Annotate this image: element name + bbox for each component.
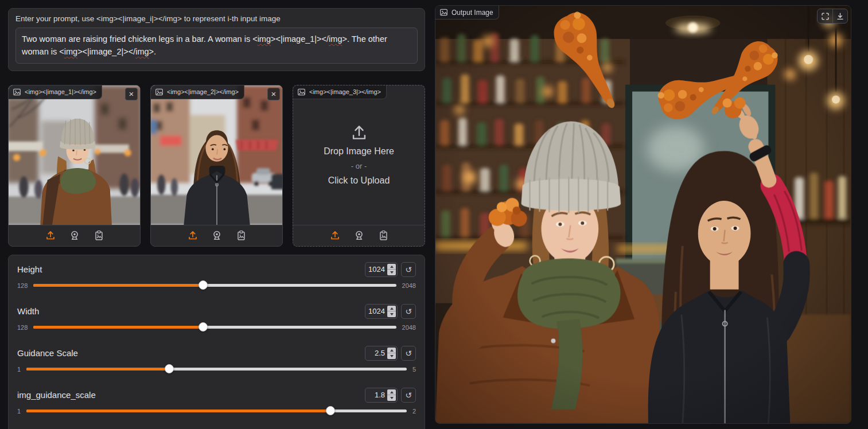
image-icon [439,8,448,17]
or-text: - or - [351,162,367,170]
height-number-input[interactable]: 1024 [365,262,398,277]
webcam-icon[interactable] [211,230,223,241]
slider-handle[interactable] [198,280,208,290]
slider-img-guidance-scale: img_guidance_scale 1.8 ↺ 1 2 [17,388,416,419]
image-cards-row: <img><|image_1|></img> × [8,85,425,247]
image-icon [13,88,21,96]
close-icon[interactable]: × [267,88,280,100]
fullscreen-icon[interactable] [818,9,832,23]
image-2-label-chip: <img><|image_2|></img> [151,85,244,99]
source-select-row-2 [151,225,282,246]
width-label: Width [17,306,39,316]
width-number-input[interactable]: 1024 [365,304,398,319]
prompt-text: Two woman are raising fried chicken legs… [22,34,258,44]
image-3-label-chip: <img><|image_3|></img> [293,85,387,99]
guidance-scale-label: Guidance Scale [17,348,78,358]
height-label: Height [17,264,42,274]
upload-icon[interactable] [45,230,56,241]
stepper[interactable] [387,348,396,359]
guidance-number-input[interactable]: 2.5 [365,346,398,361]
stepper[interactable] [387,264,396,275]
upload-icon[interactable] [187,230,198,241]
slider-height: Height 1024 ↺ 128 2048 [17,262,416,293]
slider-handle[interactable] [165,364,174,373]
clipboard-paste-icon[interactable] [377,230,389,241]
output-image-panel: Output Image [435,5,851,424]
image-icon [155,88,164,96]
img-guidance-slider[interactable] [26,410,407,412]
webcam-icon[interactable] [353,230,365,241]
upload-icon [349,124,369,141]
img-guidance-scale-label: img_guidance_scale [17,390,96,400]
click-to-upload-text: Click to Upload [328,176,390,186]
drop-zone[interactable]: Drop Image Here - or - Click to Upload [293,85,425,225]
prompt-label: Enter your prompt, use <img><|image_i|><… [15,14,418,23]
input-image-2[interactable] [151,85,282,225]
prompt-input[interactable]: Two woman are raising fried chicken legs… [15,28,418,64]
width-slider[interactable] [33,326,396,329]
image-1-label-chip: <img><|image_1|></img> [9,85,102,99]
clipboard-paste-icon[interactable] [235,230,247,241]
reset-icon[interactable]: ↺ [401,262,416,277]
image-icon [297,88,306,96]
upload-icon[interactable] [329,230,341,241]
source-select-row-3 [293,225,425,246]
slider-handle[interactable] [198,322,208,332]
stepper[interactable] [387,389,396,401]
image-card-1: <img><|image_1|></img> × [8,85,141,247]
guidance-slider[interactable] [26,368,407,370]
output-image-label: Output Image [451,9,493,17]
input-photo-1 [9,85,140,225]
img-guidance-number-input[interactable]: 1.8 [365,388,398,403]
image-1-label: <img><|image_1|></img> [25,88,96,95]
parameters-panel: Height 1024 ↺ 128 2048 Width [8,255,425,429]
output-toolbar [817,9,848,24]
output-photo [435,6,851,423]
image-card-3: <img><|image_3|></img> Drop Image Here -… [293,85,425,247]
webcam-icon[interactable] [69,230,80,241]
output-image-label-chip: Output Image [435,6,499,20]
clipboard-paste-icon[interactable] [93,230,104,241]
slider-width: Width 1024 ↺ 128 2048 [17,304,416,335]
input-photo-2 [151,85,282,225]
stepper[interactable] [387,306,396,317]
reset-icon[interactable]: ↺ [401,304,416,319]
drop-image-here-text: Drop Image Here [324,146,394,157]
source-select-row-1 [9,225,140,246]
input-image-1[interactable] [9,85,140,225]
slider-guidance-scale: Guidance Scale 2.5 ↺ 1 5 [17,346,416,377]
slider-handle[interactable] [326,406,335,415]
image-2-label: <img><|image_2|></img> [167,88,239,95]
image-card-2: <img><|image_2|></img> × [150,85,283,247]
close-icon[interactable]: × [125,88,138,100]
reset-icon[interactable]: ↺ [401,388,416,403]
height-slider[interactable] [33,284,396,287]
download-icon[interactable] [832,9,847,23]
reset-icon[interactable]: ↺ [401,346,416,361]
prompt-block: Enter your prompt, use <img><|image_i|><… [8,8,425,71]
left-column: Enter your prompt, use <img><|image_i|><… [8,8,425,429]
image-3-label: <img><|image_3|></img> [309,88,381,95]
